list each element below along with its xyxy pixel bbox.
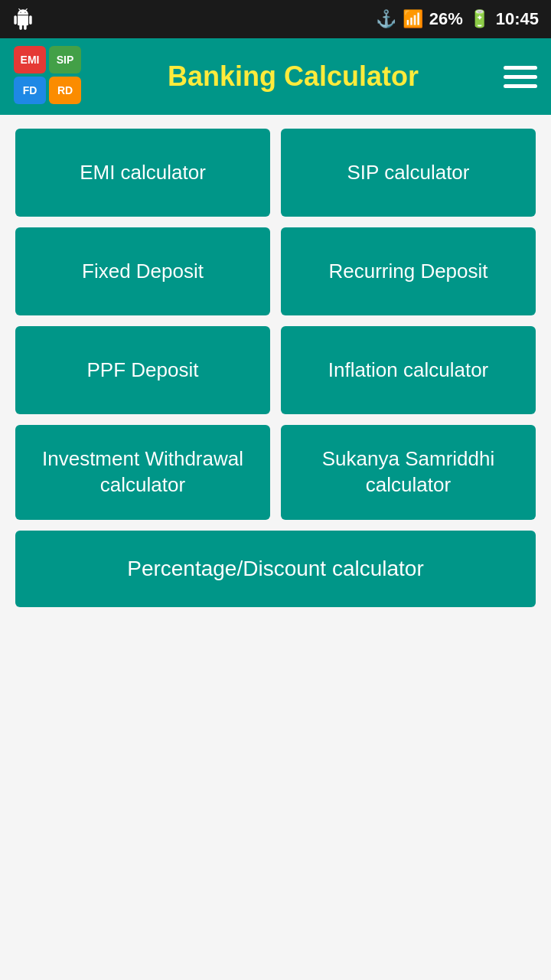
battery-percent: 26% — [429, 9, 463, 29]
main-content: EMI calculator SIP calculator Fixed Depo… — [0, 115, 551, 980]
status-left — [12, 8, 34, 30]
ppf-deposit-button[interactable]: PPF Deposit — [15, 326, 270, 414]
logo-tile-rd: RD — [49, 77, 81, 104]
status-bar: ⚓ 📶 26% 🔋 10:45 — [0, 0, 551, 38]
percentage-discount-button[interactable]: Percentage/Discount calculator — [15, 531, 536, 607]
logo-tile-emi: EMI — [14, 46, 46, 74]
android-icon — [12, 8, 34, 30]
calculator-row-3: PPF Deposit Inflation calculator — [15, 326, 536, 414]
hamburger-line-3 — [504, 84, 537, 88]
usb-icon: ⚓ — [376, 9, 396, 29]
fixed-deposit-button[interactable]: Fixed Deposit — [15, 227, 270, 315]
investment-withdrawal-button[interactable]: Investment Withdrawal calculator — [15, 425, 270, 520]
emi-calculator-button[interactable]: EMI calculator — [15, 129, 270, 217]
status-right: ⚓ 📶 26% 🔋 10:45 — [376, 9, 539, 29]
hamburger-menu[interactable] — [504, 66, 537, 88]
logo-tile-sip: SIP — [49, 46, 81, 74]
calculator-row-5: Percentage/Discount calculator — [15, 531, 536, 607]
app-header: EMI SIP FD RD Banking Calculator — [0, 38, 551, 115]
inflation-calculator-button[interactable]: Inflation calculator — [281, 326, 536, 414]
app-logo: EMI SIP FD RD — [14, 46, 83, 107]
logo-tile-fd: FD — [14, 77, 46, 104]
signal-icon: 📶 — [403, 9, 423, 29]
hamburger-line-1 — [504, 66, 537, 70]
recurring-deposit-button[interactable]: Recurring Deposit — [281, 227, 536, 315]
sip-calculator-button[interactable]: SIP calculator — [281, 129, 536, 217]
hamburger-line-2 — [504, 75, 537, 79]
app-title: Banking Calculator — [83, 60, 504, 93]
calculator-row-2: Fixed Deposit Recurring Deposit — [15, 227, 536, 315]
sukanya-samriddhi-button[interactable]: Sukanya Samriddhi calculator — [281, 425, 536, 520]
battery-icon: 🔋 — [469, 9, 490, 29]
clock: 10:45 — [496, 9, 539, 29]
calculator-row-1: EMI calculator SIP calculator — [15, 129, 536, 217]
calculator-row-4: Investment Withdrawal calculator Sukanya… — [15, 425, 536, 520]
